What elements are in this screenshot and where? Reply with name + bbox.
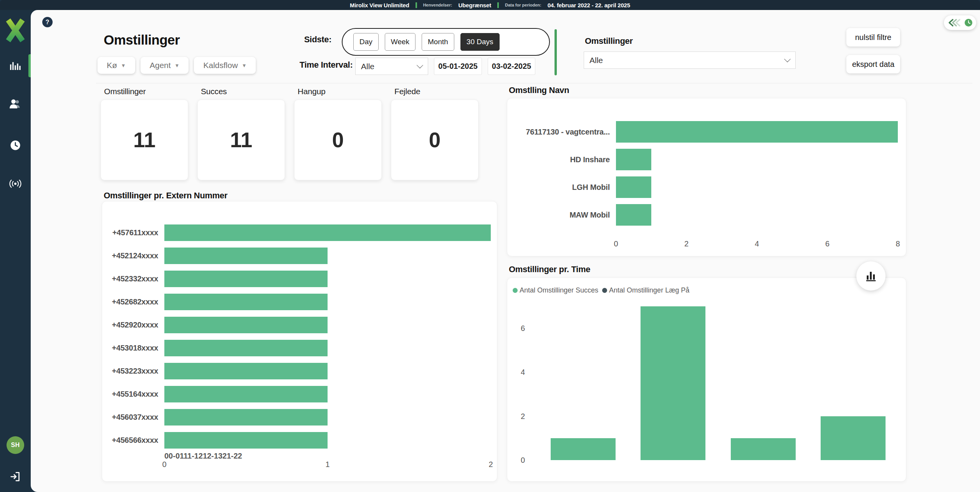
sidebar-item-time[interactable] xyxy=(8,138,23,153)
sidebar-item-agents[interactable] xyxy=(8,97,23,112)
help-button[interactable]: ? xyxy=(42,17,53,27)
bar[interactable] xyxy=(616,121,898,143)
bar[interactable] xyxy=(164,432,328,449)
range-week-button[interactable]: Week xyxy=(385,33,416,51)
bar-row: LGH Mobil xyxy=(507,173,906,201)
separator xyxy=(497,2,499,8)
bar-track xyxy=(616,121,898,143)
bar[interactable] xyxy=(616,204,651,226)
kpi-value: 11 xyxy=(133,128,156,152)
bar-label: +452682xxxx xyxy=(102,298,164,306)
bar-row: 76117130 - vagtcentra... xyxy=(507,118,906,146)
bar[interactable] xyxy=(731,438,796,460)
axis-tick: 11-12 xyxy=(184,452,203,460)
avatar[interactable]: SH xyxy=(7,436,24,454)
bar[interactable] xyxy=(164,340,328,356)
bar-slot xyxy=(808,306,899,460)
bar[interactable] xyxy=(821,416,886,460)
kpi-fejlede: Fejlede 0 xyxy=(391,87,478,180)
extern-chart-body: +457611xxxx+452124xxxx+452332xxxx+452682… xyxy=(102,201,497,475)
axis-tick: 6 xyxy=(521,324,525,333)
extern-chart-title: Omstillinger pr. Extern Nummer xyxy=(104,191,227,201)
requests-label: Henvendelser: xyxy=(423,3,452,7)
axis-tick: 8 xyxy=(896,239,900,248)
bar[interactable] xyxy=(164,409,328,426)
bar[interactable] xyxy=(164,363,328,379)
kpi-label: Hangup xyxy=(298,87,382,96)
caret-down-icon: ▼ xyxy=(242,63,247,68)
separator xyxy=(416,2,417,8)
page-title: Omstillinger xyxy=(104,32,180,48)
bar-row: +453018xxxx xyxy=(102,336,497,359)
bar[interactable] xyxy=(164,294,328,310)
legend-item[interactable]: Antal Omstillinger Succes xyxy=(513,286,598,294)
reset-filters-button[interactable]: nulstil filtre xyxy=(846,28,900,47)
date-to-input[interactable]: 03-02-2025 xyxy=(488,58,535,75)
callflow-filter-dropdown[interactable]: Kaldsflow ▼ xyxy=(194,57,256,74)
bar-track xyxy=(164,294,491,310)
kpi-section: Omstillinger 11 Succes 11 Hangup 0 Fejle… xyxy=(101,87,478,180)
kpi-value: 0 xyxy=(332,128,344,152)
brand-name: Mirolix View Unlimited xyxy=(350,2,409,8)
bar-track xyxy=(164,271,491,287)
navn-chart-title: Omstlling Navn xyxy=(509,85,569,95)
date-from-input[interactable]: 05-01-2025 xyxy=(434,58,482,75)
bar-label: LGH Mobil xyxy=(507,183,616,192)
bar-row: +452682xxxx xyxy=(102,290,497,313)
chevron-down-icon xyxy=(417,62,423,68)
navn-chart: 76117130 - vagtcentra...HD InshareLGH Mo… xyxy=(507,98,906,256)
y-axis: 0246 xyxy=(511,306,525,460)
omstillinger-filter-label: Omstillinger xyxy=(585,36,633,46)
bar[interactable] xyxy=(164,224,491,241)
caret-down-icon: ▼ xyxy=(121,63,126,68)
bar[interactable] xyxy=(641,306,705,460)
bar-row: MAW Mobil xyxy=(507,201,906,229)
bar-row: +456037xxxx xyxy=(102,406,497,429)
extern-chart: +457611xxxx+452124xxxx+452332xxxx+452682… xyxy=(102,201,497,481)
bar-slot xyxy=(718,306,808,460)
bar-label: MAW Mobil xyxy=(507,211,616,219)
kpi-hangup: Hangup 0 xyxy=(294,87,382,180)
kpi-card: 0 xyxy=(391,100,478,180)
range-30days-button[interactable]: 30 Days xyxy=(460,33,500,51)
bar-label: HD Inshare xyxy=(507,155,616,164)
range-day-button[interactable]: Day xyxy=(353,33,379,51)
bar[interactable] xyxy=(551,438,616,460)
bar-track xyxy=(164,432,491,449)
agent-filter-dropdown[interactable]: Agent ▼ xyxy=(141,57,189,74)
date-range-group: Day Week Month 30 Days xyxy=(342,28,550,56)
bar[interactable] xyxy=(164,248,328,264)
collapse-chevrons-icon xyxy=(947,18,962,27)
export-data-button[interactable]: eksport data xyxy=(846,55,900,73)
filter-chips: Kø ▼ Agent ▼ Kaldsflow ▼ xyxy=(98,57,256,74)
legend-dot xyxy=(513,288,518,293)
range-month-button[interactable]: Month xyxy=(422,33,454,51)
legend-item[interactable]: Antal Omstillinger Læg På xyxy=(602,286,689,294)
chart-type-button[interactable] xyxy=(856,261,886,291)
collapse-panel-control[interactable] xyxy=(944,15,976,30)
queue-filter-dropdown[interactable]: Kø ▼ xyxy=(98,57,135,74)
logout-button[interactable] xyxy=(8,469,23,484)
main-content: ? Omstillinger Kø ▼ Agent ▼ Kaldsflow ▼ … xyxy=(31,10,980,492)
bar[interactable] xyxy=(164,317,328,333)
kpi-card: 11 xyxy=(101,100,188,180)
time-chart-legend: Antal Omstillinger SuccesAntal Omstillin… xyxy=(513,286,689,294)
bar[interactable] xyxy=(616,149,651,170)
kpi-value: 0 xyxy=(429,128,441,152)
axis-tick: 2 xyxy=(684,239,689,248)
sidebar-item-live[interactable] xyxy=(8,176,23,191)
bar[interactable] xyxy=(164,386,328,402)
sidebar-item-statistics[interactable] xyxy=(8,58,23,73)
bar[interactable] xyxy=(616,176,651,198)
bar-row: +455164xxxx xyxy=(102,382,497,406)
bar-track xyxy=(616,204,898,226)
bar-label: +452332xxxx xyxy=(102,274,164,283)
axis-tick: 6 xyxy=(825,239,829,248)
chevron-down-icon xyxy=(784,56,791,62)
bar-label: +452920xxxx xyxy=(102,321,164,329)
sidebar: SH xyxy=(0,10,31,492)
omstillinger-filter-select[interactable]: Alle xyxy=(584,52,796,69)
time-interval-select[interactable]: Alle xyxy=(355,58,428,75)
bar[interactable] xyxy=(164,271,328,287)
chip-label: Kø xyxy=(107,61,117,70)
